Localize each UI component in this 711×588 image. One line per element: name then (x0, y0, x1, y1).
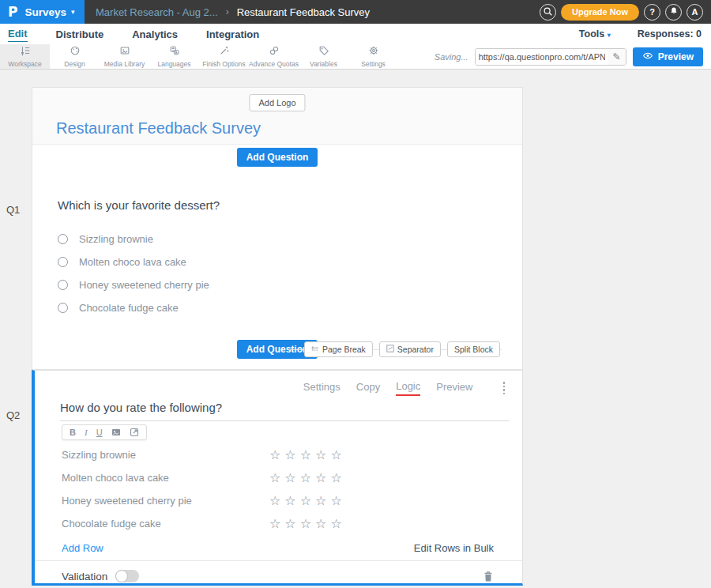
responses-count: Responses: 0 (638, 28, 702, 40)
star-rating-icons[interactable]: ☆☆☆☆☆ (269, 493, 346, 508)
translate-icon (169, 45, 180, 59)
saving-status: Saving... (434, 52, 468, 62)
question-1-block[interactable]: Which is your favorite dessert? Sizzling… (32, 198, 522, 319)
top-bar: P Surveys ▾ Market Research - Aug 2... ›… (0, 0, 711, 24)
more-options-dots-icon[interactable] (500, 380, 509, 396)
survey-header: Add Logo Restaurant Feedback Survey (32, 88, 522, 145)
option-row[interactable]: Chocolate fudge cake (58, 296, 522, 319)
separator-button[interactable]: Separator (379, 341, 441, 357)
magic-wand-icon (219, 45, 230, 59)
text-format-toolbar: B I U (62, 424, 147, 440)
breadcrumb-folder[interactable]: Market Research - Aug 2... (96, 6, 218, 18)
workspace-icon (20, 45, 31, 59)
toolbar-item-settings[interactable]: Settings (348, 44, 398, 69)
insert-image-button[interactable] (111, 428, 121, 437)
notifications-button[interactable] (665, 4, 682, 21)
toolbar-item-advance-quotas[interactable]: Advance Quotas (249, 44, 299, 69)
q1-margin-label: Q1 (6, 204, 20, 216)
bold-button[interactable]: B (70, 428, 76, 437)
separator-icon (386, 345, 394, 354)
editor-toolbar: Workspace Design Media Library Languages… (0, 44, 711, 70)
radio-icon[interactable] (58, 257, 68, 267)
survey-canvas: Q1 Q2 Add Logo Restaurant Feedback Surve… (0, 70, 711, 588)
toolbar-item-variables[interactable]: Variables (299, 44, 348, 69)
add-question-band-bottom: Add Question Page Break Separator (32, 337, 522, 362)
toolbar-item-workspace[interactable]: Workspace (0, 44, 50, 69)
rating-row: Honey sweetened cherry pie ☆☆☆☆☆ (35, 489, 522, 512)
toolbar-item-design[interactable]: Design (50, 44, 100, 69)
tab-integration[interactable]: Integration (206, 27, 259, 42)
preview-button[interactable]: Preview (633, 47, 703, 66)
breadcrumb: Market Research - Aug 2... › Restaurant … (96, 6, 370, 18)
q2-tab-logic[interactable]: Logic (396, 380, 420, 396)
question-1-text[interactable]: Which is your favorite dessert? (58, 198, 522, 212)
rating-row: Chocolate fudge cake ☆☆☆☆☆ (35, 512, 522, 535)
add-row-link[interactable]: Add Row (62, 542, 103, 554)
rating-rows: Sizzling brownie ☆☆☆☆☆ Molten choco lava… (35, 443, 522, 535)
edit-rows-in-bulk-link[interactable]: Edit Rows in Bulk (414, 542, 494, 554)
validation-row: Validation (35, 561, 522, 588)
tab-edit[interactable]: Edit (8, 26, 28, 42)
radio-icon[interactable] (58, 280, 68, 290)
chain-links-icon (269, 45, 280, 59)
toolbar-right: Saving... ✎ Preview (434, 44, 711, 69)
add-question-band-top: Add Question (32, 145, 522, 170)
underline-button[interactable]: U (96, 428, 103, 437)
search-button[interactable] (540, 4, 556, 21)
tab-analytics[interactable]: Analytics (132, 27, 178, 42)
surveys-dropdown[interactable]: P Surveys ▾ (0, 0, 85, 24)
page-break-button[interactable]: Page Break (304, 341, 373, 357)
star-rating-icons[interactable]: ☆☆☆☆☆ (269, 470, 346, 485)
star-rating-icons[interactable]: ☆☆☆☆☆ (269, 447, 346, 462)
question-2-text[interactable]: How do you rate the following? (60, 398, 510, 421)
option-row[interactable]: Sizzling brownie (58, 228, 522, 251)
add-logo-button[interactable]: Add Logo (249, 94, 305, 111)
edit-url-pencil-icon[interactable]: ✎ (608, 49, 626, 65)
q2-tab-preview[interactable]: Preview (436, 381, 472, 395)
survey-card: Add Logo Restaurant Feedback Survey Add … (32, 87, 523, 370)
question-mark-icon: ? (649, 7, 655, 17)
breadcrumb-survey-name: Restaurant Feedback Survey (237, 6, 370, 18)
survey-url-input[interactable] (476, 49, 608, 65)
row-links: Add Row Edit Rows in Bulk (35, 535, 522, 560)
validation-toggle[interactable] (115, 570, 139, 582)
question-1-options: Sizzling brownie Molten choco lava cake … (58, 228, 522, 319)
option-row[interactable]: Honey sweetened cherry pie (58, 273, 522, 296)
q2-tab-settings[interactable]: Settings (303, 381, 340, 395)
tag-icon (318, 45, 329, 59)
navrow-right: Tools ▾ Responses: 0 (579, 28, 702, 40)
account-avatar[interactable]: A (687, 4, 703, 21)
gear-icon (368, 45, 379, 59)
q2-margin-label: Q2 (6, 409, 20, 421)
page-break-icon (311, 345, 319, 354)
italic-button[interactable]: I (85, 428, 88, 437)
help-button[interactable]: ? (644, 4, 660, 21)
radio-icon[interactable] (58, 303, 68, 313)
upgrade-now-button[interactable]: Upgrade Now (561, 4, 639, 21)
toolbar-item-media-library[interactable]: Media Library (100, 44, 149, 69)
q2-tab-copy[interactable]: Copy (356, 381, 380, 395)
bell-icon (669, 6, 679, 17)
trash-icon (483, 571, 494, 582)
option-row[interactable]: Molten choco lava cake (58, 251, 522, 273)
image-icon (119, 45, 130, 59)
tools-menu[interactable]: Tools ▾ (579, 28, 611, 40)
breadcrumb-separator: › (226, 6, 229, 17)
radio-icon[interactable] (58, 234, 68, 244)
star-rating-icons[interactable]: ☆☆☆☆☆ (269, 516, 346, 531)
survey-url-field: ✎ (475, 48, 626, 66)
questionpro-logo-icon: P (8, 4, 17, 20)
toolbar-item-languages[interactable]: Languages (149, 44, 199, 69)
split-block-button[interactable]: Split Block (447, 341, 500, 357)
toolbar-item-finish-options[interactable]: Finish Options (199, 44, 249, 69)
insert-link-button[interactable] (130, 428, 139, 437)
validation-label: Validation (62, 571, 107, 582)
product-label: Surveys (24, 6, 66, 18)
chevron-down-icon: ▾ (608, 32, 611, 39)
question-2-card-selected[interactable]: Settings Copy Logic Preview How do you r… (32, 370, 523, 586)
tab-distribute[interactable]: Distribute (56, 27, 104, 42)
add-question-button-top[interactable]: Add Question (237, 148, 318, 167)
delete-question-button[interactable] (483, 571, 494, 582)
chevron-down-icon: ▾ (71, 8, 75, 16)
survey-title[interactable]: Restaurant Feedback Survey (56, 119, 261, 138)
